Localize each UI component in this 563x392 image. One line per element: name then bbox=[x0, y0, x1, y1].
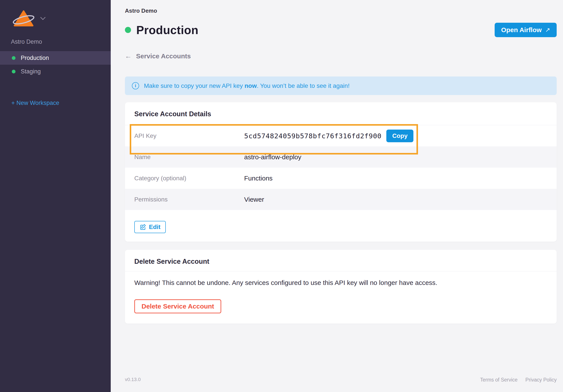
banner-text: Make sure to copy your new API key now. … bbox=[144, 82, 350, 89]
name-value: astro-airflow-deploy bbox=[244, 153, 301, 161]
open-airflow-label: Open Airflow bbox=[501, 26, 542, 34]
edit-button[interactable]: Edit bbox=[134, 221, 166, 233]
back-arrow-icon: ← bbox=[125, 52, 132, 60]
status-dot-icon bbox=[12, 56, 15, 60]
main-content: Astro Demo Production Open Airflow ↗ ← S… bbox=[111, 0, 563, 392]
sidebar-workspace-name: Astro Demo bbox=[11, 39, 111, 45]
page-title: Production bbox=[136, 23, 199, 37]
privacy-policy-link[interactable]: Privacy Policy bbox=[525, 377, 557, 383]
edit-pencil-icon bbox=[140, 224, 146, 230]
deployment-status-dot-icon bbox=[125, 27, 131, 33]
sidebar: Astro Demo Production Staging + New Work… bbox=[0, 0, 111, 392]
external-link-icon: ↗ bbox=[545, 26, 550, 33]
edit-button-label: Edit bbox=[149, 223, 161, 231]
sidebar-item-staging[interactable]: Staging bbox=[0, 65, 111, 78]
row-label: API Key bbox=[134, 132, 244, 139]
status-dot-icon bbox=[12, 70, 15, 73]
delete-card-title: Delete Service Account bbox=[125, 250, 557, 271]
sidebar-item-label: Staging bbox=[21, 68, 41, 75]
table-row-api-key: API Key 5cd574824059b578bfc76f316fd2f900… bbox=[125, 125, 557, 146]
copy-button[interactable]: Copy bbox=[386, 130, 413, 142]
deployment-nav: Production Staging bbox=[0, 51, 111, 78]
row-label: Category (optional) bbox=[134, 175, 244, 182]
table-row-name: Name astro-airflow-deploy bbox=[125, 146, 557, 168]
delete-warning-text: Warning! This cannot be undone. Any serv… bbox=[125, 271, 557, 287]
table-row-category: Category (optional) Functions bbox=[125, 168, 557, 189]
page-header: Production Open Airflow ↗ bbox=[125, 22, 557, 38]
service-account-details-card: Service Account Details API Key 5cd57482… bbox=[125, 102, 557, 242]
version-label: v0.13.0 bbox=[125, 377, 141, 382]
new-workspace-link[interactable]: + New Workspace bbox=[11, 100, 111, 106]
delete-service-account-card: Delete Service Account Warning! This can… bbox=[125, 250, 557, 324]
api-key-value: 5cd574824059b578bfc76f316fd2f900 bbox=[244, 132, 382, 140]
sidebar-item-label: Production bbox=[21, 55, 49, 61]
workspace-switcher[interactable] bbox=[0, 0, 111, 27]
delete-service-account-button[interactable]: Delete Service Account bbox=[134, 299, 221, 313]
open-airflow-button[interactable]: Open Airflow ↗ bbox=[495, 23, 557, 37]
permissions-value: Viewer bbox=[244, 196, 264, 203]
details-card-title: Service Account Details bbox=[125, 102, 557, 125]
breadcrumb[interactable]: Astro Demo bbox=[125, 0, 157, 14]
footer-links: Terms of Service Privacy Policy bbox=[480, 377, 557, 383]
astronomer-logo-icon bbox=[13, 10, 35, 27]
row-label: Permissions bbox=[134, 196, 244, 203]
chevron-down-icon bbox=[40, 15, 45, 20]
terms-of-service-link[interactable]: Terms of Service bbox=[480, 377, 518, 383]
info-icon: i bbox=[132, 82, 139, 89]
back-link-service-accounts[interactable]: ← Service Accounts bbox=[125, 52, 557, 60]
back-link-label: Service Accounts bbox=[136, 52, 191, 60]
sidebar-item-production[interactable]: Production bbox=[0, 51, 111, 65]
table-row-permissions: Permissions Viewer bbox=[125, 189, 557, 210]
category-value: Functions bbox=[244, 175, 272, 182]
info-banner: i Make sure to copy your new API key now… bbox=[125, 77, 557, 95]
row-label: Name bbox=[134, 154, 244, 161]
